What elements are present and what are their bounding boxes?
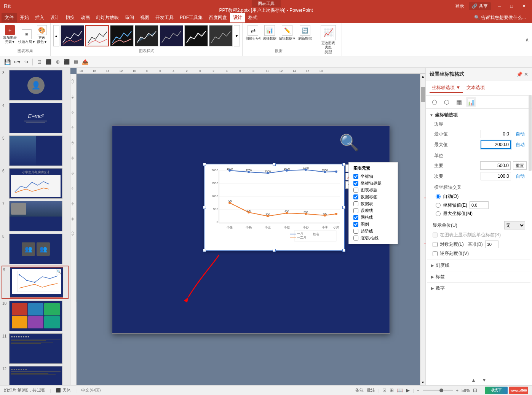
undo-btn[interactable]: ↩▾ (12, 58, 22, 65)
save-qa-btn[interactable]: 💾 (3, 58, 11, 66)
zoom-level[interactable]: 59% (462, 388, 470, 393)
notes-btn[interactable]: 备注 (355, 387, 364, 393)
major-value-input[interactable] (480, 161, 511, 170)
tab-baidu[interactable]: 百度网盘 (206, 13, 230, 22)
add-chart-element-btn[interactable]: + 添加图表元素▼ (3, 25, 17, 44)
maximize-btn[interactable]: □ (508, 3, 515, 10)
chart-frame[interactable]: 2000 1500 1000 500 0 (204, 164, 345, 251)
refresh-data-btn[interactable]: 🔄 刷新数据 (298, 25, 312, 41)
chart-style-7[interactable] (209, 25, 233, 46)
view-slideshow-btn[interactable]: ▶ (406, 387, 410, 393)
icon-pentagon[interactable]: ⬠ (430, 97, 439, 107)
auto-cross-radio[interactable] (436, 194, 441, 199)
slide-item-12[interactable]: 12 ■ ■ ■ ■ ■ ■ ■ (2, 365, 69, 385)
slide-item-9[interactable]: 9 🔍 (2, 266, 69, 299)
slide-item-4[interactable]: 4 E=mc² (2, 102, 69, 134)
log-base-input[interactable] (485, 241, 498, 248)
axis-value-cross-radio[interactable] (436, 203, 441, 208)
qa-btn-5[interactable]: ⊠ (72, 58, 80, 66)
tell-me[interactable]: 🔍 告诉我您想要做什么... (470, 14, 530, 22)
tab-text-options[interactable]: 文本选项 (464, 83, 487, 93)
tab-animation[interactable]: 动画 (78, 13, 93, 22)
close-btn[interactable]: ✕ (520, 3, 528, 10)
quick-layout-btn[interactable]: ⊞ 快速布局▼ (18, 29, 35, 44)
view-reading-btn[interactable]: 📖 (397, 387, 403, 393)
tab-axis-options[interactable]: 坐标轴选项 ▼ (430, 83, 463, 93)
log-scale-checkbox[interactable] (433, 242, 438, 247)
minimize-btn[interactable]: ─ (495, 3, 503, 10)
view-normal-btn[interactable]: ⊡ (382, 387, 387, 393)
slide-item-8[interactable]: 8 👥 👥 (2, 233, 69, 265)
change-chart-type-btn[interactable]: 📈 更改图表类型 (321, 25, 336, 49)
min-value-input[interactable] (481, 130, 511, 138)
qa-btn-1[interactable]: ⊡ (35, 58, 43, 66)
max-auto-link[interactable]: 自动 (513, 142, 527, 148)
slide-item-11[interactable]: 11 ■ ■ ■ ■ ■ ■ ■ ■ (2, 333, 69, 365)
chart-style-5[interactable] (160, 25, 183, 46)
slide-item-7[interactable]: 7 (2, 200, 69, 232)
zoom-in-btn[interactable]: + (456, 388, 459, 393)
edit-data-btn[interactable]: ✏️ 编辑数据▼ (279, 25, 296, 41)
panel-close-btn[interactable]: ✕ (524, 72, 528, 77)
qa-btn-4[interactable]: ⬛ (62, 58, 71, 66)
minor-value-input[interactable] (481, 172, 511, 180)
canvas-scrollbar-v[interactable]: ▲ ▼ (420, 74, 425, 385)
tab-view[interactable]: 视图 (137, 13, 152, 22)
tab-review[interactable]: 审阅 (122, 13, 137, 22)
panel-scroll-down[interactable]: ▼ (479, 377, 490, 384)
fit-btn[interactable]: ⊡ (473, 387, 477, 393)
axis-options-header[interactable]: ▼ 坐标轴选项 (430, 110, 528, 120)
minor-auto-link[interactable]: 自动 (513, 173, 527, 180)
slide-item-6[interactable]: 6 小学生月考成绩统计 (2, 167, 69, 199)
select-data-btn[interactable]: 📊 选择数据 (263, 25, 276, 41)
tab-file[interactable]: 文件 (2, 13, 17, 22)
share-btn[interactable]: 🔗 共享 (469, 2, 491, 10)
slide-item-10[interactable]: 10 (2, 300, 69, 332)
reverse-scale-checkbox[interactable] (433, 251, 438, 256)
tab-design[interactable]: 设计 (47, 13, 62, 22)
comments-btn[interactable]: 批注 (367, 387, 375, 393)
slide-item-3[interactable]: 3 👤 (2, 69, 69, 101)
user-login[interactable]: 登录 (455, 3, 464, 10)
tab-slideshow[interactable]: 幻灯片放映 (93, 13, 122, 22)
max-value-input[interactable] (481, 140, 511, 149)
tab-transition[interactable]: 切换 (62, 13, 78, 22)
show-units-label-checkbox[interactable] (433, 233, 438, 237)
chart-styles-prev[interactable]: ▲ (53, 25, 59, 46)
tab-dev[interactable]: 开发工具 (152, 13, 177, 22)
icon-bar-chart[interactable]: 📊 (466, 97, 476, 107)
labels-header[interactable]: ▶ 标签 (427, 271, 530, 282)
chart-style-6[interactable] (184, 25, 208, 46)
chart-style-4[interactable] (135, 25, 158, 46)
max-axis-cross-radio[interactable] (436, 211, 441, 216)
icon-grid[interactable]: ▦ (454, 97, 464, 107)
axis-value-input[interactable] (470, 201, 489, 209)
tab-format[interactable]: 格式 (245, 13, 260, 22)
redo-btn[interactable]: ↪ (23, 58, 30, 65)
tick-marks-header[interactable]: ▶ 刻度线 (427, 260, 530, 271)
tab-chart-design[interactable]: 设计 (230, 13, 245, 22)
zoom-out-btn[interactable]: − (417, 388, 419, 393)
panel-scrollbar[interactable] (529, 95, 532, 171)
switch-row-col-btn[interactable]: ⇄ 切换行/列 (246, 25, 260, 41)
min-auto-link[interactable]: 自动 (513, 131, 527, 137)
major-reset-btn[interactable]: 重置 (513, 161, 527, 170)
tab-insert[interactable]: 插入 (32, 13, 47, 22)
ribbon-collapse-btn[interactable]: ∧ (524, 35, 530, 44)
zoom-slider[interactable] (423, 390, 453, 391)
change-color-btn[interactable]: 🎨 更改颜色▼ (37, 25, 47, 44)
tab-pdf[interactable]: PDF工具集 (177, 13, 206, 22)
panel-pin-btn[interactable]: 📌 (516, 72, 522, 77)
chart-style-2[interactable] (85, 25, 109, 46)
qa-btn-6[interactable]: 📤 (81, 58, 89, 66)
qa-btn-2[interactable]: ⬛ (44, 58, 53, 66)
panel-scroll-up[interactable]: ▲ (468, 377, 479, 384)
tab-start[interactable]: 开始 (17, 13, 32, 22)
chart-style-3[interactable] (110, 25, 134, 46)
qa-btn-3[interactable]: ⊕ (53, 58, 62, 66)
chart-styles-next[interactable]: ▼ (234, 25, 240, 46)
chart-style-1[interactable] (61, 25, 84, 46)
numbers-header[interactable]: ▶ 数字 (427, 283, 530, 294)
icon-diamond[interactable]: ⬡ (442, 97, 452, 107)
view-slide-sorter-btn[interactable]: ⊞ (390, 387, 394, 393)
